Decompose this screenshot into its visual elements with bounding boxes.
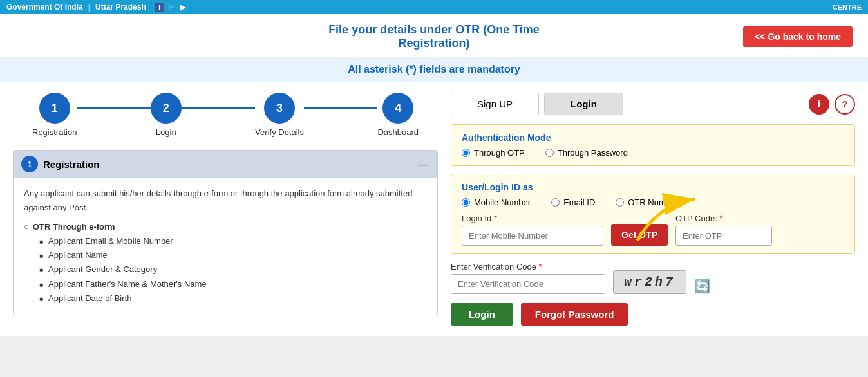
verification-required: * xyxy=(539,262,542,271)
mobile-radio[interactable] xyxy=(462,198,470,207)
login-id-group: Login Id * xyxy=(462,214,603,246)
auth-mode-section: Authentication Mode Through OTP Through … xyxy=(451,124,855,166)
otr-items-list: Applicant Email & Mobile Number Applican… xyxy=(24,234,427,305)
login-id-label: Login Id * xyxy=(462,214,603,223)
connector-1-2 xyxy=(77,107,150,109)
content-area: 1 Registration 2 Login 3 Verify Detai xyxy=(0,82,868,336)
login-id-input[interactable] xyxy=(462,226,603,246)
header-row: File your details under OTR (One Time Re… xyxy=(0,14,868,57)
otr-radio-label[interactable]: OTR Number xyxy=(616,198,677,207)
section-body-text: Any applicant can submit his/her details… xyxy=(24,187,427,215)
list-item: Applicant Gender & Category xyxy=(39,262,427,277)
step-1-circle: 1 xyxy=(39,93,70,124)
collapse-icon[interactable]: — xyxy=(418,158,429,171)
otr-radio-text: OTR Number xyxy=(628,198,677,207)
step-4-label: Dashboard xyxy=(377,127,419,137)
mobile-radio-label[interactable]: Mobile Number xyxy=(462,198,531,207)
action-row: Login Forgot Password xyxy=(451,303,855,326)
info-icon[interactable]: i xyxy=(809,94,829,115)
email-radio-label[interactable]: Email ID xyxy=(551,198,595,207)
step-3-circle: 3 xyxy=(264,93,295,124)
refresh-captcha-icon[interactable]: 🔄 xyxy=(694,279,710,294)
otp-input[interactable] xyxy=(675,226,772,246)
signup-tab[interactable]: Sign UP xyxy=(451,93,539,115)
step-4: 4 Dashboard xyxy=(377,93,419,137)
connector-3-4 xyxy=(304,107,377,109)
page-title: File your details under OTR (One Time Re… xyxy=(294,23,573,50)
otp-radio[interactable] xyxy=(462,149,470,157)
help-icon[interactable]: ? xyxy=(835,94,855,115)
section-header: 1 Registration — xyxy=(14,151,437,178)
list-item: Applicant Date of Birth xyxy=(39,291,427,306)
tw-icon[interactable]: 🐦 xyxy=(167,3,176,12)
login-button[interactable]: Login xyxy=(451,303,513,326)
section-body: Any applicant can submit his/her details… xyxy=(14,178,437,315)
back-home-button[interactable]: << Go back to home xyxy=(743,26,853,47)
list-item: Applicant Father's Name & Mother's Name xyxy=(39,277,427,291)
list-item: Applicant Name xyxy=(39,248,427,262)
step-2-circle: 2 xyxy=(151,93,182,124)
registration-section: 1 Registration — Any applicant can submi… xyxy=(13,150,438,315)
forgot-password-button[interactable]: Forgot Password xyxy=(521,303,628,326)
password-radio[interactable] xyxy=(545,149,554,157)
login-tab[interactable]: Login xyxy=(544,93,623,115)
email-radio[interactable] xyxy=(551,198,560,207)
email-radio-text: Email ID xyxy=(563,198,595,207)
tab-row: Sign UP Login i ? xyxy=(451,93,855,115)
login-id-radio-row: Mobile Number Email ID OTR Number xyxy=(462,198,844,207)
mandatory-text: All asterisk (*) fields are mandatory xyxy=(348,64,520,75)
password-radio-text: Through Password xyxy=(558,148,628,158)
mobile-radio-text: Mobile Number xyxy=(474,198,531,207)
step-2: 2 Login xyxy=(151,93,182,137)
captcha-display: wr2h7 xyxy=(613,270,686,294)
step-2-label: Login xyxy=(156,127,176,137)
login-id-title: User/Login ID as xyxy=(462,182,844,192)
uttar-pradesh-label: Uttar Pradesh xyxy=(95,3,146,12)
auth-mode-radio-row: Through OTP Through Password xyxy=(462,148,844,158)
otp-label: OTP Code: * xyxy=(675,214,772,223)
otp-group: OTP Code: * xyxy=(675,214,772,246)
login-id-required: * xyxy=(494,214,497,223)
login-form-row: Login Id * Get OTP OTP Code: * xyxy=(462,214,844,246)
yt-icon[interactable]: ▶ xyxy=(180,3,185,12)
verification-row: Enter Verification Code * wr2h7 🔄 xyxy=(451,262,855,294)
password-radio-label[interactable]: Through Password xyxy=(545,148,628,158)
main-container: File your details under OTR (One Time Re… xyxy=(0,14,868,336)
verification-label: Enter Verification Code * xyxy=(451,262,605,271)
otp-radio-label[interactable]: Through OTP xyxy=(462,148,525,158)
step-3-label: Verify Details xyxy=(255,127,304,137)
login-id-section: User/Login ID as Mobile Number Email ID … xyxy=(451,174,855,254)
otp-radio-text: Through OTP xyxy=(474,148,525,158)
otr-heading: ○ OTR Through e-form xyxy=(24,220,427,234)
otr-radio[interactable] xyxy=(616,198,624,207)
mandatory-notice: All asterisk (*) fields are mandatory xyxy=(0,57,868,82)
right-panel: Sign UP Login i ? xyxy=(451,93,855,326)
fb-icon[interactable]: f xyxy=(155,3,164,12)
step-1-label: Registration xyxy=(32,127,77,137)
connector-2-3 xyxy=(182,107,255,109)
verification-group: Enter Verification Code * xyxy=(451,262,605,294)
auth-mode-title: Authentication Mode xyxy=(462,133,844,143)
verification-input[interactable] xyxy=(451,274,605,294)
step-3: 3 Verify Details xyxy=(255,93,304,137)
get-otp-button[interactable]: Get OTP xyxy=(611,224,668,246)
otp-required: * xyxy=(719,214,722,223)
gov-india-label: Government Of India xyxy=(6,3,83,12)
section-title: Registration xyxy=(43,159,100,170)
list-item: Applicant Email & Mobile Number xyxy=(39,234,427,248)
centre-label: CENTRE xyxy=(833,3,862,11)
left-panel: 1 Registration 2 Login 3 Verify Detai xyxy=(13,93,438,326)
social-icons: f 🐦 ▶ xyxy=(155,3,186,12)
otr-heading-text: OTR Through e-form xyxy=(33,220,115,234)
step-4-circle: 4 xyxy=(382,93,413,124)
step-1: 1 Registration xyxy=(32,93,77,137)
section-num: 1 xyxy=(21,156,38,172)
top-bar: Government Of India | Uttar Pradesh f 🐦 … xyxy=(0,0,868,14)
stepper: 1 Registration 2 Login 3 Verify Detai xyxy=(13,93,438,137)
